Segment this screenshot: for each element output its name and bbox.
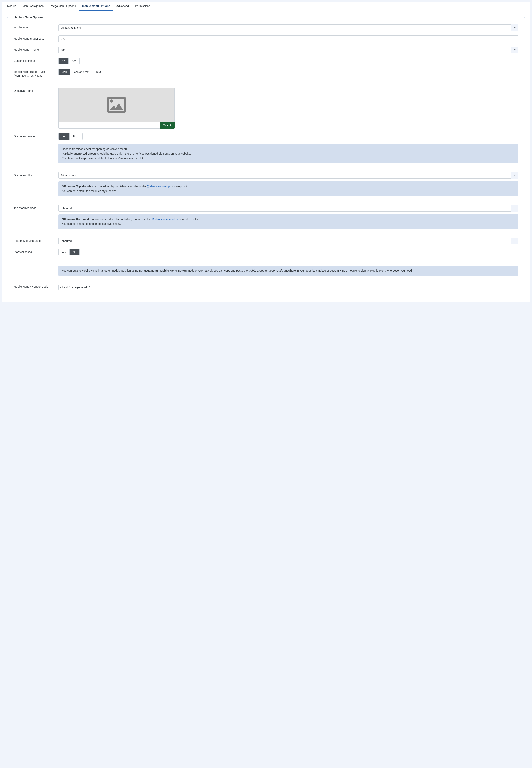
image-placeholder-icon: [106, 97, 127, 113]
offcanvas-position-toggle: Left Right: [58, 133, 83, 140]
offcanvas-position-left[interactable]: Left: [59, 133, 70, 139]
button-type-icon[interactable]: Icon: [59, 69, 70, 75]
external-link-icon: [152, 218, 154, 221]
offcanvas-logo-select-button[interactable]: Select: [160, 122, 175, 129]
offcanvas-logo-label: Offcanvas Logo: [14, 88, 58, 93]
wrapper-code-info: You can put the Mobile Menu in another m…: [58, 266, 518, 276]
mobile-menu-label: Mobile Menu: [14, 24, 58, 29]
offcanvas-effect-label: Offcanvas effect: [14, 172, 58, 177]
top-modules-style-select[interactable]: Inherited: [58, 205, 518, 212]
bottom-modules-style-select[interactable]: Inherited: [58, 238, 518, 245]
tab-module[interactable]: Module: [4, 2, 19, 11]
tab-menu-assignment[interactable]: Menu Assignment: [19, 2, 48, 11]
button-type-label: Mobile Menu Button Type (Icon / Icon&Tex…: [14, 69, 58, 78]
mobile-menu-options-fieldset: Mobile Menu Options Mobile Menu Offcanva…: [7, 16, 525, 295]
external-link-icon: [147, 185, 149, 187]
offcanvas-position-label: Offcanvas position: [14, 133, 58, 138]
offcanvas-logo-preview[interactable]: [58, 88, 175, 122]
theme-select[interactable]: dark: [58, 46, 518, 53]
trigger-width-input[interactable]: [58, 35, 518, 42]
wrapper-code-input[interactable]: [58, 285, 94, 290]
button-type-toggle: Icon Icon and text Text: [58, 69, 104, 75]
offcanvas-position-right[interactable]: Right: [70, 133, 82, 139]
button-type-text[interactable]: Text: [93, 69, 104, 75]
customize-colors-no[interactable]: No: [59, 58, 69, 64]
wrapper-code-label: Mobile Menu Wrapper Code: [14, 285, 58, 289]
start-collapsed-no[interactable]: No: [70, 249, 79, 255]
start-collapsed-label: Start collapsed: [14, 249, 58, 254]
tab-advanced[interactable]: Advanced: [113, 2, 132, 11]
start-collapsed-toggle: Yes No: [58, 249, 80, 256]
top-modules-style-label: Top Modules Style: [14, 205, 58, 210]
button-type-icon-and-text[interactable]: Icon and text: [70, 69, 93, 75]
bottom-modules-info: Offcanvas Bottom Modules can be added by…: [58, 214, 518, 229]
offcanvas-logo-path-input[interactable]: [58, 122, 160, 129]
offcanvas-effect-select[interactable]: Slide in on top: [58, 172, 518, 179]
start-collapsed-yes[interactable]: Yes: [59, 249, 70, 255]
theme-label: Mobile Menu Theme: [14, 46, 58, 52]
customize-colors-label: Customize colors: [14, 58, 58, 63]
tab-mega-menu-options[interactable]: Mega Menu Options: [48, 2, 79, 11]
offcanvas-effect-info: Choose transition effect for opening off…: [58, 144, 518, 163]
top-modules-info: Offcanvas Top Modules can be added by pu…: [58, 181, 518, 196]
tab-mobile-menu-options[interactable]: Mobile Menu Options: [79, 2, 113, 11]
customize-colors-toggle: No Yes: [58, 58, 80, 64]
customize-colors-yes[interactable]: Yes: [69, 58, 79, 64]
dj-offcanvas-top-link[interactable]: dj-offcanvas-top: [147, 185, 170, 188]
bottom-modules-style-label: Bottom Modules Style: [14, 238, 58, 243]
fieldset-legend: Mobile Menu Options: [14, 16, 45, 19]
mobile-menu-select[interactable]: Offcanvas Menu: [58, 24, 518, 31]
trigger-width-label: Mobile Menu trigger width: [14, 35, 58, 41]
tab-permissions[interactable]: Permissions: [132, 2, 153, 11]
tab-bar: Module Menu Assignment Mega Menu Options…: [2, 2, 530, 11]
dj-offcanvas-bottom-link[interactable]: dj-offcanvas-bottom: [152, 218, 179, 221]
